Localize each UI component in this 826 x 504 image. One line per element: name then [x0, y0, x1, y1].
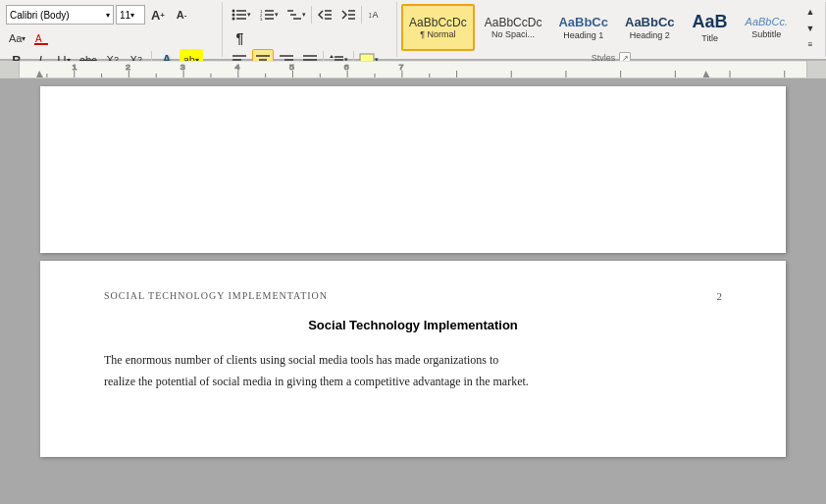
multilevel-list-btn[interactable]: ▾: [284, 4, 309, 25]
increase-indent-btn[interactable]: [337, 4, 359, 25]
clear-formatting-btn[interactable]: A: [30, 27, 52, 49]
style-subtitle-label: Subtitle: [751, 29, 781, 39]
page-number: 2: [717, 290, 723, 302]
page-header-title: SOCIAL TECHNOLOGY IMPLEMENTATION: [104, 290, 328, 302]
style-heading1-btn[interactable]: AaBbCc Heading 1: [551, 4, 615, 51]
style-no-spacing-btn[interactable]: AaBbCcDc No Spaci...: [478, 4, 549, 51]
style-normal-btn[interactable]: AaBbCcDc ¶ Normal: [401, 4, 475, 51]
svg-text:7: 7: [399, 62, 404, 71]
styles-scroll-up[interactable]: ▲: [800, 4, 821, 20]
svg-point-6: [232, 18, 235, 21]
styles-scroll-arrows: ▲ ▼ ≡: [800, 4, 821, 51]
body-line2: realize the potential of social media in…: [104, 375, 529, 388]
style-title-label: Title: [701, 33, 718, 43]
ruler-left-margin: [0, 61, 20, 77]
font-size-box[interactable]: 11 ▾: [116, 5, 145, 25]
sep3: [361, 6, 362, 24]
sep2: [311, 6, 312, 24]
style-heading2-btn[interactable]: AaBbCc Heading 2: [618, 4, 682, 51]
font-size-dropdown[interactable]: ▾: [130, 11, 134, 20]
styles-section: AaBbCcDc ¶ Normal AaBbCcDc No Spaci... A…: [397, 2, 826, 57]
svg-point-4: [232, 14, 235, 17]
ribbon-toolbar: Calibri (Body) ▾ 11 ▾ A+ A- Aa▾ A B I U▾…: [0, 0, 826, 61]
change-case-btn[interactable]: Aa▾: [6, 27, 28, 49]
ruler-main: 1 2 3 4 5 6 7: [20, 61, 806, 77]
font-name-box[interactable]: Calibri (Body) ▾: [6, 5, 114, 25]
font-controls-row1: Calibri (Body) ▾ 11 ▾ A+ A- Aa▾ A: [6, 4, 216, 49]
font-grow-btn[interactable]: A+: [147, 4, 169, 25]
font-section: Calibri (Body) ▾ 11 ▾ A+ A- Aa▾ A B I U▾…: [0, 2, 223, 57]
ruler-right-margin: [806, 61, 826, 77]
styles-more-btn[interactable]: ≡: [800, 37, 821, 51]
ruler: 1 2 3 4 5 6 7: [0, 61, 826, 78]
svg-text:4: 4: [234, 62, 239, 71]
svg-text:1: 1: [72, 62, 77, 71]
svg-text:3.: 3.: [260, 17, 263, 22]
svg-text:5: 5: [289, 62, 294, 71]
styles-row: AaBbCcDc ¶ Normal AaBbCcDc No Spaci... A…: [401, 4, 821, 51]
ruler-svg: 1 2 3 4 5 6 7: [20, 61, 806, 77]
font-name-text: Calibri (Body): [10, 10, 70, 21]
svg-text:3: 3: [181, 62, 185, 71]
page-2-header: SOCIAL TECHNOLOGY IMPLEMENTATION 2: [104, 290, 722, 302]
svg-text:↕A: ↕A: [368, 10, 379, 20]
style-normal-label: ¶ Normal: [420, 29, 455, 39]
svg-text:6: 6: [344, 62, 349, 71]
style-nospacing-preview: AaBbCcDc: [485, 16, 542, 29]
body-line1: The enormous number of clients using soc…: [104, 353, 498, 367]
bullets-btn[interactable]: ▾: [229, 4, 254, 25]
font-name-dropdown[interactable]: ▾: [106, 11, 110, 20]
ruler-left-marker: [36, 71, 44, 77]
svg-point-2: [232, 10, 235, 13]
decrease-indent-btn[interactable]: [314, 4, 336, 25]
page-1: [40, 86, 786, 253]
paragraph-controls-row1: ▾ 1.2.3. ▾ ▾ ↕A ¶: [229, 4, 390, 49]
page-2: SOCIAL TECHNOLOGY IMPLEMENTATION 2 Socia…: [40, 261, 786, 457]
document-area: SOCIAL TECHNOLOGY IMPLEMENTATION 2 Socia…: [0, 78, 826, 504]
style-title-preview: AaB: [693, 12, 728, 33]
sort-btn[interactable]: ↕A: [364, 4, 386, 25]
document-body[interactable]: The enormous number of clients using soc…: [104, 350, 722, 392]
style-subtitle-preview: AaBbCc.: [746, 16, 788, 28]
paragraph-section: ▾ 1.2.3. ▾ ▾ ↕A ¶: [223, 2, 397, 57]
style-h1-preview: AaBbCc: [558, 15, 608, 30]
style-h2-preview: AaBbCc: [625, 15, 675, 30]
style-h2-label: Heading 2: [630, 30, 670, 40]
style-title-btn[interactable]: AaB Title: [685, 4, 736, 51]
styles-scroll-down[interactable]: ▼: [800, 21, 821, 36]
style-nospacing-label: No Spaci...: [491, 29, 535, 39]
style-normal-preview: AaBbCcDc: [409, 16, 467, 29]
style-h1-label: Heading 1: [563, 30, 603, 40]
document-title: Social Technology Implementation: [104, 318, 722, 332]
font-size-text: 11: [120, 10, 130, 21]
font-shrink-btn[interactable]: A-: [171, 4, 192, 25]
show-paragraph-btn[interactable]: ¶: [229, 27, 250, 49]
svg-text:2: 2: [126, 62, 130, 71]
numbering-btn[interactable]: 1.2.3. ▾: [256, 4, 282, 25]
ruler-right-marker: [702, 71, 710, 77]
style-subtitle-btn[interactable]: AaBbCc. Subtitle: [739, 4, 795, 51]
svg-text:A: A: [35, 33, 42, 44]
